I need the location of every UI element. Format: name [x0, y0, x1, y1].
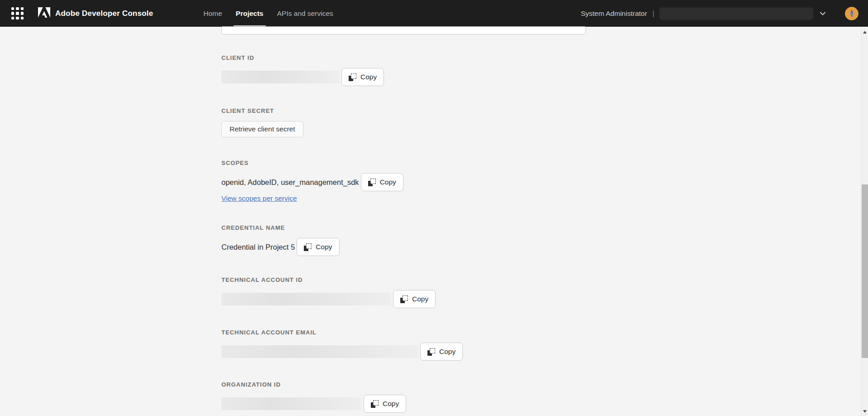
copy-icon [304, 243, 312, 251]
section-scopes: SCOPES openid, AdobeID, user_management_… [221, 160, 403, 203]
credential-name-value: Credential in Project 5 [221, 243, 295, 252]
copy-icon [371, 400, 379, 408]
nav-item-apis-services[interactable]: APIs and services [270, 0, 340, 27]
field-label-client-secret: CLIENT SECRET [221, 107, 303, 114]
client-id-redacted-value [221, 71, 340, 83]
user-area: System Administrator | [581, 7, 858, 20]
copy-credential-name-button[interactable]: Copy [297, 238, 339, 256]
copy-button-label: Copy [383, 400, 399, 408]
copy-button-label: Copy [380, 178, 396, 186]
nav-item-home[interactable]: Home [197, 0, 229, 27]
field-label-client-id: CLIENT ID [221, 54, 384, 61]
copy-icon [368, 179, 376, 186]
vertical-scrollbar[interactable] [861, 27, 868, 416]
primary-nav: Home Projects APIs and services [197, 0, 340, 27]
scroll-up-icon[interactable] [863, 31, 867, 34]
nav-item-projects[interactable]: Projects [229, 0, 270, 27]
copy-scopes-button[interactable]: Copy [361, 173, 403, 191]
brand-home-link[interactable]: Adobe Developer Console [38, 7, 153, 19]
copy-icon [349, 73, 356, 81]
separator: | [652, 10, 654, 17]
field-label-credential-name: CREDENTIAL NAME [221, 224, 340, 231]
field-label-technical-account-email: TECHNICAL ACCOUNT EMAIL [221, 329, 463, 336]
section-technical-account-email: TECHNICAL ACCOUNT EMAIL Copy [221, 329, 463, 361]
scrollbar-thumb[interactable] [862, 184, 868, 358]
field-label-scopes: SCOPES [221, 160, 403, 166]
top-navbar: Adobe Developer Console Home Projects AP… [0, 0, 868, 27]
app-launcher-grid-icon[interactable] [11, 7, 24, 19]
field-label-technical-account-id: TECHNICAL ACCOUNT ID [221, 276, 436, 283]
copy-client-id-button[interactable]: Copy [341, 68, 384, 86]
app-title: Adobe Developer Console [55, 9, 153, 18]
technical-account-email-redacted-value [221, 345, 418, 358]
section-credential-name: CREDENTIAL NAME Credential in Project 5 … [221, 224, 340, 256]
retrieve-client-secret-button[interactable]: Retrieve client secret [221, 121, 303, 137]
copy-icon [427, 348, 435, 356]
copy-icon [400, 295, 408, 303]
scrolled-input-remnant[interactable] [221, 26, 586, 34]
section-client-id: CLIENT ID Copy [221, 54, 384, 86]
copy-technical-account-id-button[interactable]: Copy [393, 290, 436, 308]
view-scopes-per-service-link[interactable]: View scopes per service [221, 194, 297, 203]
scopes-value: openid, AdobeID, user_management_sdk [221, 178, 359, 187]
copy-technical-account-email-button[interactable]: Copy [420, 343, 463, 361]
section-client-secret: CLIENT SECRET Retrieve client secret [221, 107, 303, 137]
chevron-down-icon[interactable] [819, 10, 827, 18]
org-switcher-redacted-value[interactable] [660, 8, 813, 19]
copy-button-label: Copy [412, 295, 428, 303]
organization-id-redacted-value [221, 397, 362, 410]
adobe-logo-icon [38, 7, 50, 19]
scroll-down-icon[interactable] [863, 410, 867, 413]
copy-button-label: Copy [316, 243, 332, 251]
field-label-organization-id: ORGANIZATION ID [221, 381, 406, 388]
copy-button-label: Copy [439, 348, 456, 356]
copy-button-label: Copy [360, 73, 377, 81]
user-role-label: System Administrator [581, 10, 647, 18]
copy-organization-id-button[interactable]: Copy [364, 395, 406, 413]
section-technical-account-id: TECHNICAL ACCOUNT ID Copy [221, 276, 436, 308]
section-organization-id: ORGANIZATION ID Copy [221, 381, 406, 413]
technical-account-id-redacted-value [221, 293, 391, 305]
avatar[interactable] [845, 7, 858, 20]
